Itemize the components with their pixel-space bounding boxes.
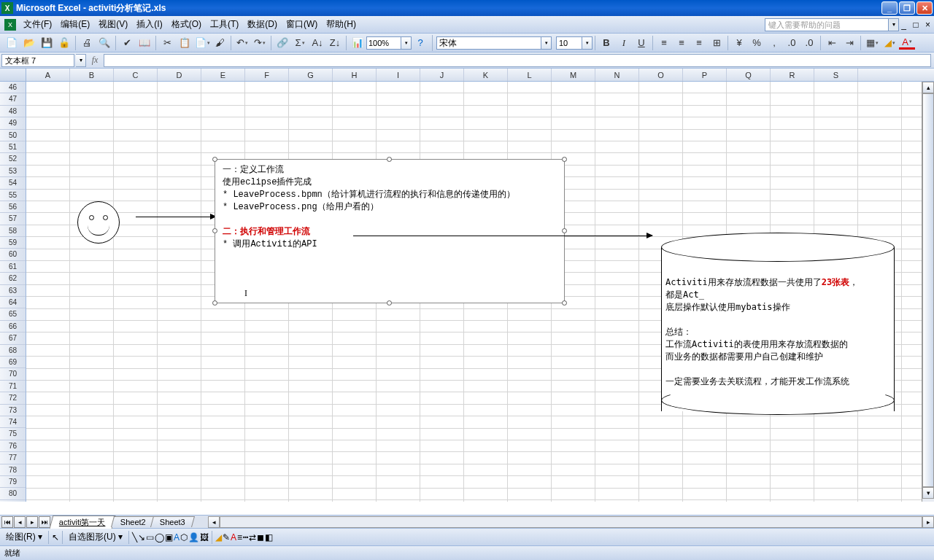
paste-button[interactable]: 📄 — [194, 35, 210, 51]
row-header[interactable]: 72 — [0, 392, 26, 404]
row-header[interactable]: 63 — [0, 285, 26, 297]
row-header[interactable]: 60 — [0, 249, 26, 260]
column-header[interactable]: D — [158, 69, 201, 81]
tab-nav-prev[interactable]: ◂ — [14, 516, 26, 528]
minimize-button[interactable]: _ — [881, 1, 898, 15]
scroll-right-button[interactable]: ▸ — [922, 516, 934, 528]
scroll-down-button[interactable]: ▾ — [922, 487, 934, 499]
row-header[interactable]: 59 — [0, 237, 26, 249]
menu-insert[interactable]: 插入(I) — [132, 17, 166, 32]
tab-nav-last[interactable]: ⏭ — [39, 516, 50, 528]
print-button[interactable]: 🖨 — [79, 35, 95, 51]
row-header[interactable]: 56 — [0, 201, 26, 213]
doc-restore[interactable]: □ — [911, 20, 920, 30]
column-header[interactable]: C — [114, 69, 158, 81]
column-header[interactable]: J — [420, 69, 464, 81]
row-header[interactable]: 70 — [0, 368, 26, 380]
new-button[interactable]: 📄 — [4, 35, 20, 51]
italic-button[interactable]: I — [616, 35, 632, 51]
row-header[interactable]: 55 — [0, 190, 26, 201]
row-header[interactable]: 67 — [0, 332, 26, 344]
currency-button[interactable]: ¥ — [731, 35, 747, 51]
row-header[interactable]: 51 — [0, 141, 26, 153]
row-header[interactable]: 71 — [0, 381, 26, 392]
resize-handle[interactable] — [212, 157, 217, 162]
sheet-tab-3[interactable]: Sheet3 — [150, 516, 195, 527]
row-header[interactable]: 78 — [0, 464, 26, 476]
column-header[interactable]: A — [26, 69, 70, 81]
name-box[interactable]: 文本框 7 — [1, 54, 74, 67]
align-center-button[interactable]: ≡ — [674, 35, 690, 51]
oval-button[interactable]: ◯ — [155, 532, 164, 542]
column-header[interactable]: N — [595, 69, 639, 81]
smiley-shape[interactable] — [77, 201, 120, 244]
spelling-button[interactable]: ✔ — [119, 35, 135, 51]
fill-color-button-draw[interactable]: ◢ — [215, 532, 222, 542]
scroll-thumb[interactable] — [922, 93, 934, 487]
row-header[interactable]: 61 — [0, 261, 26, 273]
arrow-2[interactable] — [353, 236, 652, 236]
font-name-select[interactable]: 宋体 — [436, 36, 541, 50]
menu-tools[interactable]: 工具(T) — [206, 17, 243, 32]
textbox-workflow[interactable]: 一：定义工作流 使用eclipse插件完成 * LeaveProcess.bpm… — [215, 159, 565, 303]
draw-menu[interactable]: 绘图(R) ▾ — [3, 529, 45, 545]
diagram-button[interactable]: ⬡ — [180, 532, 188, 542]
increase-decimal-button[interactable]: .0 — [784, 35, 800, 51]
dash-style-button[interactable]: ┅ — [243, 532, 248, 542]
line-style-button[interactable]: ≡ — [237, 532, 242, 542]
menu-view[interactable]: 视图(V) — [94, 17, 132, 32]
redo-button[interactable]: ↷ — [252, 35, 268, 51]
row-header[interactable]: 62 — [0, 273, 26, 284]
sheet-tab-2[interactable]: Sheet2 — [111, 516, 155, 527]
zoom-dropdown[interactable]: ▾ — [401, 36, 412, 50]
chart-button[interactable]: 📊 — [350, 35, 366, 51]
undo-button[interactable]: ↶ — [234, 35, 250, 51]
column-header[interactable]: P — [683, 69, 727, 81]
cylinder-database[interactable]: Activiti用来存放流程数据一共使用了23张表， 都是Act_ 底层操作默认… — [661, 233, 895, 415]
column-header[interactable]: H — [333, 69, 377, 81]
column-header[interactable]: O — [639, 69, 683, 81]
column-header[interactable]: Q — [727, 69, 771, 81]
bold-button[interactable]: B — [598, 35, 614, 51]
font-size-select[interactable]: 10 — [556, 36, 582, 50]
sort-desc-button[interactable]: Z↓ — [327, 35, 343, 51]
research-button[interactable]: 📖 — [136, 35, 153, 51]
open-button[interactable]: 📂 — [21, 35, 37, 51]
column-header[interactable]: R — [771, 69, 814, 81]
picture-button[interactable]: 🖼 — [200, 532, 209, 542]
resize-handle[interactable] — [562, 228, 567, 233]
align-left-button[interactable]: ≡ — [656, 35, 672, 51]
resize-handle[interactable] — [212, 228, 217, 233]
arrow-style-button[interactable]: ⇄ — [249, 532, 256, 542]
permission-button[interactable]: 🔓 — [56, 35, 72, 51]
doc-minimize[interactable]: _ — [899, 20, 908, 30]
fill-color-button[interactable]: ◢ — [881, 35, 898, 51]
name-box-dropdown[interactable]: ▾ — [76, 54, 86, 67]
menu-edit[interactable]: 编辑(E) — [56, 17, 94, 32]
row-header[interactable]: 68 — [0, 345, 26, 357]
row-header[interactable]: 76 — [0, 440, 26, 452]
preview-button[interactable]: 🔍 — [96, 35, 112, 51]
column-header[interactable]: E — [201, 69, 245, 81]
row-header[interactable]: 80 — [0, 488, 26, 499]
textbox-content[interactable]: 一：定义工作流 使用eclipse插件完成 * LeaveProcess.bpm… — [215, 160, 564, 304]
percent-button[interactable]: % — [749, 35, 765, 51]
row-header[interactable]: 48 — [0, 106, 26, 117]
row-header[interactable]: 53 — [0, 166, 26, 177]
line-color-button[interactable]: ✎ — [223, 532, 230, 542]
row-header[interactable]: 69 — [0, 357, 26, 368]
merge-center-button[interactable]: ⊞ — [709, 35, 725, 51]
worksheet-grid[interactable]: ABCDEFGHIJKLMNOPQRS 46474849505152535455… — [0, 69, 934, 515]
menu-format[interactable]: 格式(O) — [167, 17, 206, 32]
resize-handle[interactable] — [212, 300, 217, 306]
vertical-scrollbar[interactable]: ▴ ▾ — [922, 82, 934, 502]
close-button[interactable]: ✕ — [916, 1, 933, 15]
row-header[interactable]: 58 — [0, 225, 26, 237]
font-name-dropdown[interactable]: ▾ — [541, 36, 552, 50]
increase-indent-button[interactable]: ⇥ — [841, 35, 857, 51]
borders-button[interactable]: ▦ — [864, 35, 880, 51]
sheet-tab-1[interactable]: activiti第一天 — [50, 516, 115, 529]
column-header[interactable]: F — [245, 69, 289, 81]
row-header[interactable]: 49 — [0, 117, 26, 129]
resize-handle[interactable] — [562, 300, 567, 306]
